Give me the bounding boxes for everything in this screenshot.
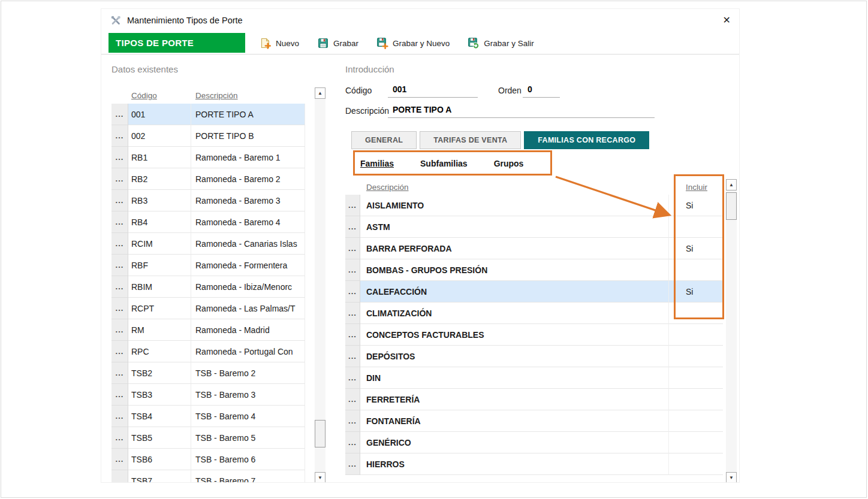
row-options-button[interactable]: ... — [345, 259, 360, 281]
row-options-button[interactable]: ... — [345, 238, 360, 259]
row-options-button[interactable]: ... — [345, 346, 360, 367]
tab-general[interactable]: GENERAL — [351, 131, 417, 149]
table-row[interactable]: ... TSB7 TSB - Baremo 7 — [111, 470, 305, 483]
table-row[interactable]: ... TSB6 TSB - Baremo 6 — [111, 449, 305, 470]
column-header-incluir[interactable]: Incluir — [669, 179, 723, 195]
table-row[interactable]: ... TSB2 TSB - Baremo 2 — [111, 362, 305, 384]
row-options-button[interactable]: ... — [111, 190, 128, 211]
row-descripcion: Ramoneda - Madrid — [191, 319, 305, 341]
table-row[interactable]: ... 002 PORTE TIPO B — [111, 125, 305, 147]
table-row[interactable]: ... 001 PORTE TIPO A — [111, 104, 305, 125]
table-row[interactable]: ... RCPT Ramoneda - Las Palmas/T — [111, 298, 305, 319]
row-codigo: RB3 — [128, 190, 191, 211]
table-row[interactable]: ... DIN — [345, 367, 723, 389]
row-options-button[interactable]: ... — [111, 147, 128, 168]
row-descripcion: Ramoneda - Ibiza/Menorc — [191, 276, 305, 298]
row-options-button[interactable]: ... — [111, 362, 128, 384]
row-descripcion: TSB - Baremo 2 — [191, 362, 305, 384]
row-options-button[interactable]: ... — [111, 211, 128, 233]
row-codigo: 001 — [128, 104, 191, 125]
table-row[interactable]: ... RPC Ramoneda - Portugal Con — [111, 341, 305, 362]
table-row[interactable]: ... FONTANERÍA — [345, 410, 723, 432]
scroll-up-icon[interactable]: ▲ — [726, 179, 737, 190]
row-options-button[interactable]: ... — [111, 470, 128, 483]
row-options-button[interactable]: ... — [111, 449, 128, 470]
row-options-button[interactable]: ... — [345, 216, 360, 238]
row-options-button[interactable]: ... — [111, 233, 128, 255]
row-incluir — [669, 216, 723, 238]
orden-input[interactable]: 0 — [523, 82, 560, 98]
row-options-button[interactable]: ... — [345, 367, 360, 389]
row-options-button[interactable]: ... — [111, 255, 128, 276]
row-options-button[interactable]: ... — [111, 406, 128, 427]
subtab-subfamilias[interactable]: Subfamilias — [420, 159, 468, 168]
row-options-button[interactable]: ... — [111, 276, 128, 298]
table-row[interactable]: ... CALEFACCIÓN Si — [345, 281, 723, 303]
table-row[interactable]: ... RM Ramoneda - Madrid — [111, 319, 305, 341]
row-options-button[interactable]: ... — [345, 432, 360, 453]
row-options-button[interactable]: ... — [345, 303, 360, 324]
table-row[interactable]: ... DEPÓSITOS — [345, 346, 723, 367]
row-options-button[interactable]: ... — [345, 195, 360, 216]
subtab-grupos[interactable]: Grupos — [494, 159, 524, 168]
tab-tarifas-de-venta[interactable]: TARIFAS DE VENTA — [420, 131, 521, 149]
button-grabar-y-nuevo[interactable]: Grabar y Nuevo — [373, 35, 453, 51]
button-grabar[interactable]: Grabar — [314, 35, 362, 51]
row-descripcion: DEPÓSITOS — [360, 346, 669, 367]
table-row[interactable]: ... AISLAMIENTO Si — [345, 195, 723, 216]
row-options-button[interactable]: ... — [345, 453, 360, 475]
subtab-familias[interactable]: Familias — [360, 159, 394, 168]
button-nuevo[interactable]: Nuevo — [256, 35, 303, 51]
row-options-button[interactable]: ... — [111, 319, 128, 341]
codigo-input[interactable]: 001 — [388, 82, 478, 98]
row-options-button[interactable]: ... — [345, 389, 360, 410]
close-icon[interactable]: ✕ — [723, 16, 731, 25]
table-row[interactable]: ... FERRETERÍA — [345, 389, 723, 410]
table-row[interactable]: ... RB2 Ramoneda - Baremo 2 — [111, 168, 305, 190]
table-row[interactable]: ... TSB4 TSB - Baremo 4 — [111, 406, 305, 427]
table-row[interactable]: ... CONCEPTOS FACTURABLES — [345, 324, 723, 346]
scroll-down-icon[interactable]: ▼ — [726, 472, 737, 483]
table-row[interactable]: ... HIERROS — [345, 453, 723, 475]
scroll-up-icon[interactable]: ▲ — [315, 87, 326, 99]
right-table-scrollbar[interactable]: ▲ ▼ — [726, 179, 737, 483]
table-row[interactable]: ... ASTM — [345, 216, 723, 238]
row-options-button[interactable]: ... — [111, 168, 128, 190]
row-options-button[interactable]: ... — [345, 410, 360, 432]
table-row[interactable]: ... RBF Ramoneda - Formentera — [111, 255, 305, 276]
scrollbar-thumb[interactable] — [315, 420, 326, 447]
row-incluir: Si — [669, 238, 723, 259]
descripcion-input[interactable]: PORTE TIPO A — [388, 102, 655, 118]
table-row[interactable]: ... RB3 Ramoneda - Baremo 3 — [111, 190, 305, 211]
table-row[interactable]: ... BOMBAS - GRUPOS PRESIÓN — [345, 259, 723, 281]
row-descripcion: CONCEPTOS FACTURABLES — [360, 324, 669, 346]
row-descripcion: GENÉRICO — [360, 432, 669, 453]
column-header-descripcion[interactable]: Descripción — [191, 87, 305, 104]
scrollbar-thumb[interactable] — [726, 192, 737, 220]
row-options-button[interactable]: ... — [111, 384, 128, 406]
table-row[interactable]: ... RBIM Ramoneda - Ibiza/Menorc — [111, 276, 305, 298]
button-grabar-y-salir[interactable]: Grabar y Salir — [464, 35, 537, 51]
column-header-descripcion[interactable]: Descripción — [360, 179, 669, 195]
scroll-down-icon[interactable]: ▼ — [315, 472, 326, 483]
row-options-button[interactable]: ... — [111, 125, 128, 147]
table-row[interactable]: ... TSB5 TSB - Baremo 5 — [111, 427, 305, 449]
row-options-button[interactable]: ... — [111, 427, 128, 449]
table-row[interactable]: ... RB1 Ramoneda - Baremo 1 — [111, 147, 305, 168]
column-header-codigo[interactable]: Código — [128, 87, 191, 104]
left-table-scrollbar[interactable]: ▲ ▼ — [315, 87, 326, 483]
row-options-button[interactable]: ... — [345, 324, 360, 346]
table-row[interactable]: ... RCIM Ramoneda - Canarias Islas — [111, 233, 305, 255]
row-options-button[interactable]: ... — [111, 298, 128, 319]
table-row[interactable]: ... BARRA PERFORADA Si — [345, 238, 723, 259]
row-options-button[interactable]: ... — [111, 341, 128, 362]
right-table-header: Descripción Incluir — [345, 179, 723, 195]
table-row[interactable]: ... GENÉRICO — [345, 432, 723, 453]
table-row[interactable]: ... TSB3 TSB - Baremo 3 — [111, 384, 305, 406]
table-row[interactable]: ... RB4 Ramoneda - Baremo 4 — [111, 211, 305, 233]
tab-familias-con-recargo[interactable]: FAMILIAS CON RECARGO — [524, 131, 649, 149]
row-incluir — [669, 453, 723, 475]
row-options-button[interactable]: ... — [345, 281, 360, 303]
row-options-button[interactable]: ... — [111, 104, 128, 125]
table-row[interactable]: ... CLIMATIZACIÓN — [345, 303, 723, 324]
